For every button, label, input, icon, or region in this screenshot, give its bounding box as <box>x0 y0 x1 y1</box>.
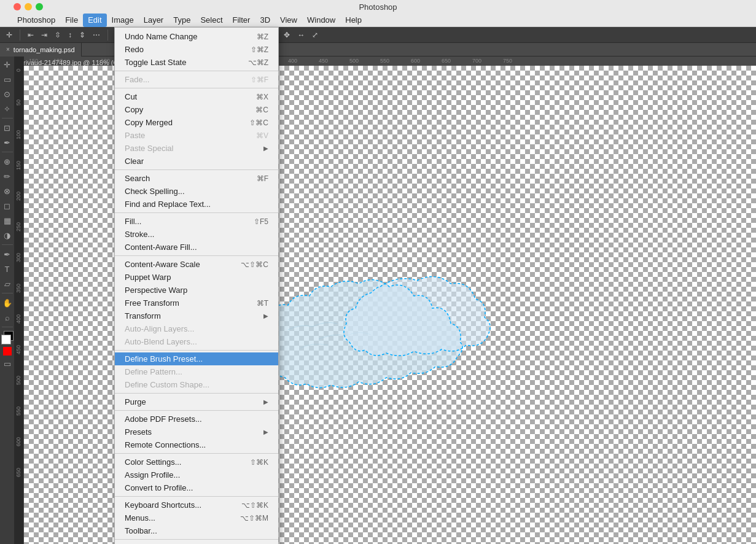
ruler-v-mark: 400 <box>15 314 21 324</box>
menu-define-brush[interactable]: Define Brush Preset... <box>115 352 278 365</box>
menu-window[interactable]: Window <box>302 14 340 27</box>
menu-adobe-pdf[interactable]: Adobe PDF Presets... <box>115 413 278 425</box>
healing-tool[interactable]: ⊕ <box>1 155 14 168</box>
menu-layer[interactable]: Layer <box>139 14 169 27</box>
lasso-tool[interactable]: ⊙ <box>1 87 14 101</box>
ruler-v-mark: 300 <box>15 253 21 262</box>
menu-puppet-warp[interactable]: Puppet Warp <box>115 271 278 284</box>
menu-paste-shortcut: ⌘V <box>256 131 268 140</box>
menu-start-dictation[interactable]: Start Dictation... <box>115 542 278 544</box>
menu-photoshop[interactable]: Photoshop <box>12 14 60 27</box>
menu-3d[interactable]: 3D <box>255 14 275 27</box>
toolbar-icon-5[interactable]: ⇕ <box>77 29 88 41</box>
menu-edit[interactable]: Edit <box>83 14 106 27</box>
menu-clear-label: Clear <box>125 157 144 166</box>
select-tool[interactable]: ▭ <box>1 72 14 86</box>
menu-apple[interactable] <box>2 14 12 27</box>
minimize-button[interactable] <box>25 3 32 10</box>
menu-clear[interactable]: Clear <box>115 155 278 168</box>
menu-select[interactable]: Select <box>195 14 227 27</box>
toolbar-icon-4[interactable]: ↕ <box>66 29 74 41</box>
menu-view[interactable]: View <box>275 14 302 27</box>
menu-image[interactable]: Image <box>107 14 139 27</box>
menu-purge[interactable]: Purge ▶ <box>115 395 278 408</box>
menu-toggle-last[interactable]: Toggle Last State ⌥⌘Z <box>115 56 278 69</box>
brush-tool[interactable]: ✏ <box>1 169 14 183</box>
menu-cut[interactable]: Cut ⌘X <box>115 90 278 103</box>
eraser-tool[interactable]: ◻ <box>1 199 14 212</box>
title-bar: Photoshop <box>0 0 756 14</box>
menu-perspective-warp[interactable]: Perspective Warp <box>115 284 278 297</box>
ruler-v-mark: 200 <box>15 192 21 201</box>
menu-keyboard-shortcuts[interactable]: Keyboard Shortcuts... ⌥⇧⌘K <box>115 499 278 511</box>
menu-file[interactable]: File <box>60 14 83 27</box>
gradient-tool[interactable]: ▦ <box>1 214 14 227</box>
toolbar-icon-2[interactable]: ⇥ <box>39 29 50 41</box>
shape-tool[interactable]: ▱ <box>1 277 14 290</box>
menu-content-aware-fill[interactable]: Content-Aware Fill... <box>115 241 278 254</box>
menu-filter[interactable]: Filter <box>228 14 255 27</box>
zoom-tool[interactable]: ⌕ <box>1 311 14 324</box>
dodge-tool[interactable]: ◑ <box>1 228 14 242</box>
menu-color-settings[interactable]: Color Settings... ⇧⌘K <box>115 456 278 468</box>
menu-redo[interactable]: Redo ⇧⌘Z <box>115 43 278 56</box>
menu-fill[interactable]: Fill... ⇧F5 <box>115 215 278 228</box>
pen-tool[interactable]: ✒ <box>1 247 14 261</box>
menu-cas-shortcut: ⌥⇧⌘C <box>241 260 268 269</box>
menu-fade-shortcut: ⇧⌘F <box>251 76 268 84</box>
menu-search-label: Search <box>125 174 150 183</box>
menu-convert-profile[interactable]: Convert to Profile... <box>115 481 278 494</box>
menu-ks-label: Keyboard Shortcuts... <box>125 500 201 510</box>
menu-undo[interactable]: Undo Name Change ⌘Z <box>115 30 278 43</box>
edit-menu: Undo Name Change ⌘Z Redo ⇧⌘Z Toggle Last… <box>114 27 279 544</box>
menu-fade-label: Fade... <box>125 75 149 84</box>
menu-menus[interactable]: Menus... ⌥⇧⌘M <box>115 511 278 524</box>
toolbar-icon-1[interactable]: ⇤ <box>25 29 36 41</box>
crop-tool[interactable]: ⊡ <box>1 121 14 134</box>
menu-stroke-label: Stroke... <box>125 230 154 239</box>
tab-tornado[interactable]: × tornado_making.psd <box>0 43 82 56</box>
maximize-button[interactable] <box>36 3 43 10</box>
background-color[interactable] <box>1 335 11 344</box>
menu-menus-label: Menus... <box>125 513 155 523</box>
menu-purge-label: Purge <box>125 397 146 406</box>
magic-wand-tool[interactable]: ✧ <box>1 102 14 115</box>
pan-icon[interactable]: ✥ <box>281 29 292 41</box>
menu-search[interactable]: Search ⌘F <box>115 172 278 185</box>
eyedropper-tool[interactable]: ✒ <box>1 136 14 149</box>
tab-close-btn[interactable]: × <box>6 46 10 53</box>
menu-transform[interactable]: Transform ▶ <box>115 309 278 322</box>
hand-tool[interactable]: ✋ <box>1 296 14 309</box>
menu-cut-shortcut: ⌘X <box>256 93 268 101</box>
close-button[interactable] <box>14 3 21 10</box>
menu-assign-profile[interactable]: Assign Profile... <box>115 468 278 481</box>
menu-define-pattern: Define Pattern... <box>115 365 278 378</box>
toolbar-icon-6[interactable]: ⋯ <box>90 29 103 41</box>
menu-stroke[interactable]: Stroke... <box>115 228 278 241</box>
menu-free-transform[interactable]: Free Transform ⌘T <box>115 297 278 309</box>
type-tool[interactable]: T <box>1 262 14 276</box>
menu-remote-connections[interactable]: Remote Connections... <box>115 438 278 451</box>
menu-define-brush-label: Define Brush Preset... <box>125 354 203 363</box>
menu-fade: Fade... ⇧⌘F <box>115 73 278 86</box>
slide-icon[interactable]: ↔ <box>295 29 307 41</box>
scale-icon[interactable]: ⤢ <box>310 29 321 41</box>
app-name: Photoshop <box>0 2 756 12</box>
menu-copy-merged[interactable]: Copy Merged ⇧⌘C <box>115 116 278 129</box>
menu-find-replace[interactable]: Find and Replace Text... <box>115 198 278 211</box>
menu-content-aware-scale[interactable]: Content-Aware Scale ⌥⇧⌘C <box>115 258 278 271</box>
menu-define-custom-shape: Define Custom Shape... <box>115 378 278 391</box>
menu-cas-label: Content-Aware Scale <box>125 260 200 269</box>
menu-help[interactable]: Help <box>340 14 367 27</box>
menu-type[interactable]: Type <box>168 14 195 27</box>
menu-copy[interactable]: Copy ⌘C <box>115 103 278 116</box>
menu-toolbar[interactable]: Toolbar... <box>115 524 278 537</box>
toolbar-icon-3[interactable]: ⇳ <box>52 29 63 41</box>
move-tool[interactable]: ✛ <box>1 58 14 71</box>
menu-presets[interactable]: Presets ▶ <box>115 425 278 438</box>
menu-fill-shortcut: ⇧F5 <box>254 217 268 226</box>
move-tool-icon[interactable]: ✛ <box>4 29 15 41</box>
screen-mode-tool[interactable]: ▭ <box>1 357 14 370</box>
clone-stamp-tool[interactable]: ⊗ <box>1 184 14 198</box>
menu-check-spelling[interactable]: Check Spelling... <box>115 185 278 198</box>
